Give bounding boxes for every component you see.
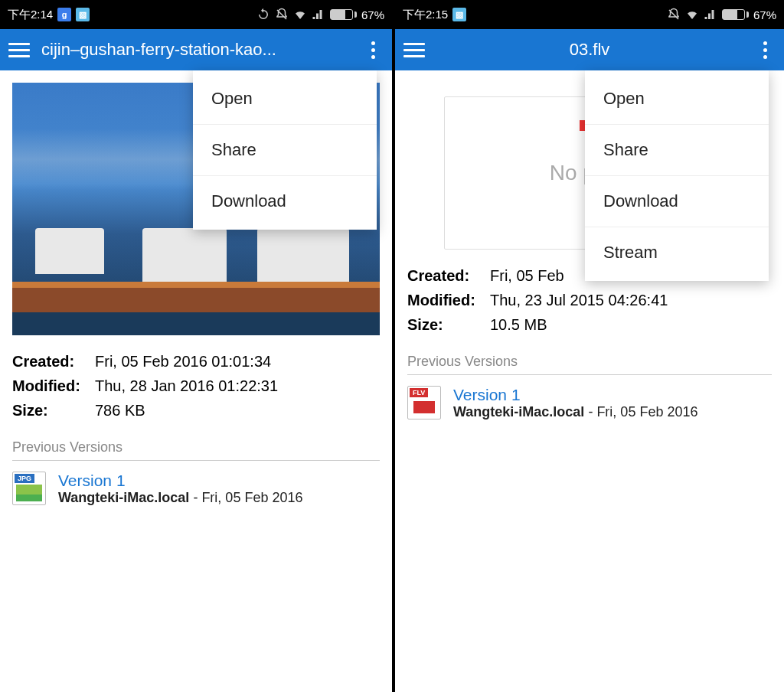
status-time: 下午2:14 xyxy=(8,8,53,22)
app-bar: cijin–gushan-ferry-station-kao... xyxy=(0,29,392,70)
menu-download[interactable]: Download xyxy=(193,176,377,227)
status-bar: 下午2:15 ▧ 67% xyxy=(395,0,784,29)
signal-icon xyxy=(312,8,325,21)
photo-icon: ▧ xyxy=(76,8,90,21)
metadata-block: Created: Fri, 05 Feb 2016 01:01:34 Modif… xyxy=(12,349,380,423)
size-label: Size: xyxy=(12,398,89,423)
battery-icon xyxy=(722,9,749,20)
menu-open[interactable]: Open xyxy=(585,73,769,125)
jpg-file-icon xyxy=(12,472,46,505)
size-value: 786 KB xyxy=(95,398,380,423)
menu-share[interactable]: Share xyxy=(193,125,377,176)
previous-versions-title: Previous Versions xyxy=(12,439,380,461)
overflow-menu: Open Share Download Stream xyxy=(585,70,769,281)
version-meta: Wangteki-iMac.local - Fri, 05 Feb 2016 xyxy=(453,404,697,420)
page-title: cijin–gushan-ferry-station-kao... xyxy=(41,40,351,60)
google-icon: g xyxy=(57,8,71,21)
mute-icon xyxy=(667,8,681,21)
version-meta: Wangteki-iMac.local - Fri, 05 Feb 2016 xyxy=(58,490,302,506)
battery-percent: 67% xyxy=(753,8,776,21)
mute-icon xyxy=(275,8,289,21)
battery-percent: 67% xyxy=(361,8,384,21)
menu-stream[interactable]: Stream xyxy=(585,227,769,278)
version-name: Version 1 xyxy=(58,472,302,490)
previous-versions-title: Previous Versions xyxy=(407,354,772,375)
size-label: Size: xyxy=(407,312,484,337)
signal-icon xyxy=(704,8,717,21)
overflow-menu: Open Share Download xyxy=(193,70,377,230)
status-time: 下午2:15 xyxy=(403,8,448,22)
version-item[interactable]: Version 1 Wangteki-iMac.local - Fri, 05 … xyxy=(12,472,380,506)
overflow-menu-button[interactable] xyxy=(360,41,386,59)
app-bar: 03.flv xyxy=(395,29,784,70)
menu-icon[interactable] xyxy=(6,43,32,57)
overflow-menu-button[interactable] xyxy=(752,41,778,59)
created-label: Created: xyxy=(12,349,89,374)
size-value: 10.5 MB xyxy=(490,312,772,337)
status-bar: 下午2:14 g ▧ 67% xyxy=(0,0,392,29)
created-label: Created: xyxy=(407,263,484,288)
menu-icon[interactable] xyxy=(401,43,427,57)
modified-value: Thu, 28 Jan 2016 01:22:31 xyxy=(95,374,380,398)
screen-right: 下午2:15 ▧ 67% 03.flv No previ xyxy=(392,0,784,692)
version-name: Version 1 xyxy=(453,386,697,404)
flv-file-icon xyxy=(407,386,441,419)
wifi-icon xyxy=(293,8,307,21)
modified-label: Modified: xyxy=(12,374,89,398)
sync-icon xyxy=(256,8,270,21)
created-value: Fri, 05 Feb 2016 01:01:34 xyxy=(95,349,380,374)
menu-share[interactable]: Share xyxy=(585,125,769,176)
version-item[interactable]: Version 1 Wangteki-iMac.local - Fri, 05 … xyxy=(407,386,772,420)
menu-download[interactable]: Download xyxy=(585,176,769,227)
menu-open[interactable]: Open xyxy=(193,73,377,125)
screen-left: 下午2:14 g ▧ 67% cijin–gushan-ferry-statio… xyxy=(0,0,392,692)
modified-value: Thu, 23 Jul 2015 04:26:41 xyxy=(490,288,772,312)
wifi-icon xyxy=(685,8,699,21)
page-title: 03.flv xyxy=(436,40,743,60)
modified-label: Modified: xyxy=(407,288,484,312)
battery-icon xyxy=(330,9,357,20)
photo-icon: ▧ xyxy=(452,8,466,21)
